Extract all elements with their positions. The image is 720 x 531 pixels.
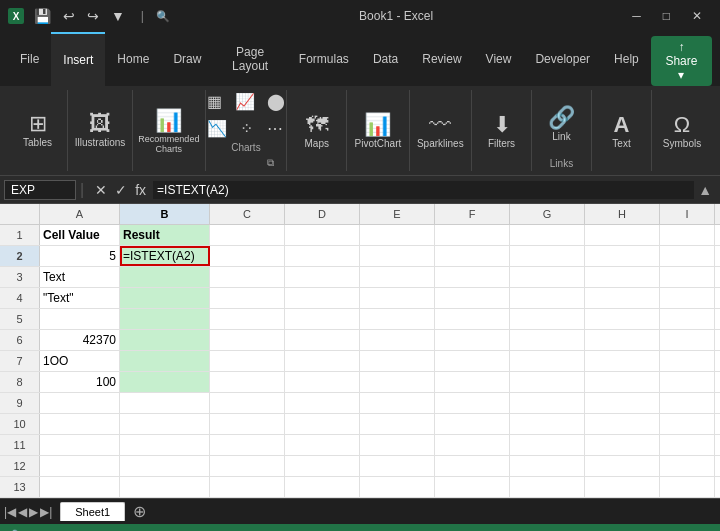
cell-c13[interactable]	[210, 477, 285, 497]
cell-c10[interactable]	[210, 414, 285, 434]
cell-f3[interactable]	[435, 267, 510, 287]
cell-b12[interactable]	[120, 456, 210, 476]
cell-b3[interactable]	[120, 267, 210, 287]
cell-i7[interactable]	[660, 351, 715, 371]
cell-b1[interactable]: Result	[120, 225, 210, 245]
cell-c3[interactable]	[210, 267, 285, 287]
cell-d7[interactable]	[285, 351, 360, 371]
sheet-prev-button[interactable]: ◀	[18, 505, 27, 519]
cell-i8[interactable]	[660, 372, 715, 392]
accept-formula-button[interactable]: ✓	[112, 182, 130, 198]
cell-h10[interactable]	[585, 414, 660, 434]
cell-d11[interactable]	[285, 435, 360, 455]
save-button[interactable]: 💾	[30, 6, 55, 26]
sheet-next-button[interactable]: ▶	[29, 505, 38, 519]
cell-i11[interactable]	[660, 435, 715, 455]
cell-c11[interactable]	[210, 435, 285, 455]
cell-h11[interactable]	[585, 435, 660, 455]
cell-i12[interactable]	[660, 456, 715, 476]
cell-f12[interactable]	[435, 456, 510, 476]
cell-a12[interactable]	[40, 456, 120, 476]
cell-g3[interactable]	[510, 267, 585, 287]
cell-c9[interactable]	[210, 393, 285, 413]
cell-d9[interactable]	[285, 393, 360, 413]
cell-e4[interactable]	[360, 288, 435, 308]
cell-i2[interactable]	[660, 246, 715, 266]
cell-h3[interactable]	[585, 267, 660, 287]
cell-a10[interactable]	[40, 414, 120, 434]
cell-h9[interactable]	[585, 393, 660, 413]
cell-e7[interactable]	[360, 351, 435, 371]
cell-a3[interactable]: Text	[40, 267, 120, 287]
scatter-chart-button[interactable]: ⁘	[235, 117, 259, 140]
cell-g11[interactable]	[510, 435, 585, 455]
cell-b8[interactable]	[120, 372, 210, 392]
cell-i3[interactable]	[660, 267, 715, 287]
tab-review[interactable]: Review	[410, 32, 473, 86]
cell-g1[interactable]	[510, 225, 585, 245]
cell-a11[interactable]	[40, 435, 120, 455]
sheet-tab-sheet1[interactable]: Sheet1	[60, 502, 125, 521]
cell-i6[interactable]	[660, 330, 715, 350]
qa-dropdown-button[interactable]: ▼	[107, 6, 129, 26]
cell-g4[interactable]	[510, 288, 585, 308]
cell-d5[interactable]	[285, 309, 360, 329]
cell-e13[interactable]	[360, 477, 435, 497]
cell-h12[interactable]	[585, 456, 660, 476]
cell-g9[interactable]	[510, 393, 585, 413]
cell-a4[interactable]: "Text"	[40, 288, 120, 308]
cell-e8[interactable]	[360, 372, 435, 392]
maximize-button[interactable]: □	[653, 5, 680, 27]
maps-button[interactable]: 🗺 Maps	[299, 108, 335, 153]
tab-file[interactable]: File	[8, 32, 51, 86]
cell-c8[interactable]	[210, 372, 285, 392]
cell-a7[interactable]: 1OO	[40, 351, 120, 371]
cell-g12[interactable]	[510, 456, 585, 476]
link-button[interactable]: 🔗 Link	[542, 101, 581, 146]
cell-b11[interactable]	[120, 435, 210, 455]
sheet-last-button[interactable]: ▶|	[40, 505, 52, 519]
cell-d2[interactable]	[285, 246, 360, 266]
cell-g5[interactable]	[510, 309, 585, 329]
cell-c12[interactable]	[210, 456, 285, 476]
tab-developer[interactable]: Developer	[523, 32, 602, 86]
cell-i1[interactable]	[660, 225, 715, 245]
undo-button[interactable]: ↩	[59, 6, 79, 26]
cell-b5[interactable]	[120, 309, 210, 329]
add-sheet-button[interactable]: ⊕	[127, 502, 152, 521]
formula-input[interactable]	[153, 181, 694, 199]
cell-h4[interactable]	[585, 288, 660, 308]
cell-f11[interactable]	[435, 435, 510, 455]
col-header-g[interactable]: G	[510, 204, 585, 224]
cell-b9[interactable]	[120, 393, 210, 413]
cell-g13[interactable]	[510, 477, 585, 497]
share-button[interactable]: ↑ Share ▾	[651, 36, 712, 86]
col-header-f[interactable]: F	[435, 204, 510, 224]
cell-d8[interactable]	[285, 372, 360, 392]
tab-formulas[interactable]: Formulas	[287, 32, 361, 86]
cell-g8[interactable]	[510, 372, 585, 392]
col-header-b[interactable]: B	[120, 204, 210, 224]
cell-d10[interactable]	[285, 414, 360, 434]
cell-c6[interactable]	[210, 330, 285, 350]
cell-a1[interactable]: Cell Value	[40, 225, 120, 245]
cell-e10[interactable]	[360, 414, 435, 434]
col-header-i[interactable]: I	[660, 204, 715, 224]
cell-i13[interactable]	[660, 477, 715, 497]
cell-f7[interactable]	[435, 351, 510, 371]
cell-f4[interactable]	[435, 288, 510, 308]
cell-e9[interactable]	[360, 393, 435, 413]
cell-d1[interactable]	[285, 225, 360, 245]
cell-h5[interactable]	[585, 309, 660, 329]
cell-e3[interactable]	[360, 267, 435, 287]
symbols-button[interactable]: Ω Symbols	[657, 108, 707, 153]
cell-e12[interactable]	[360, 456, 435, 476]
cell-a2[interactable]: 5	[40, 246, 120, 266]
cell-g7[interactable]	[510, 351, 585, 371]
cell-e11[interactable]	[360, 435, 435, 455]
cell-b4[interactable]	[120, 288, 210, 308]
cell-d4[interactable]	[285, 288, 360, 308]
cell-f6[interactable]	[435, 330, 510, 350]
cell-f1[interactable]	[435, 225, 510, 245]
cell-g2[interactable]	[510, 246, 585, 266]
